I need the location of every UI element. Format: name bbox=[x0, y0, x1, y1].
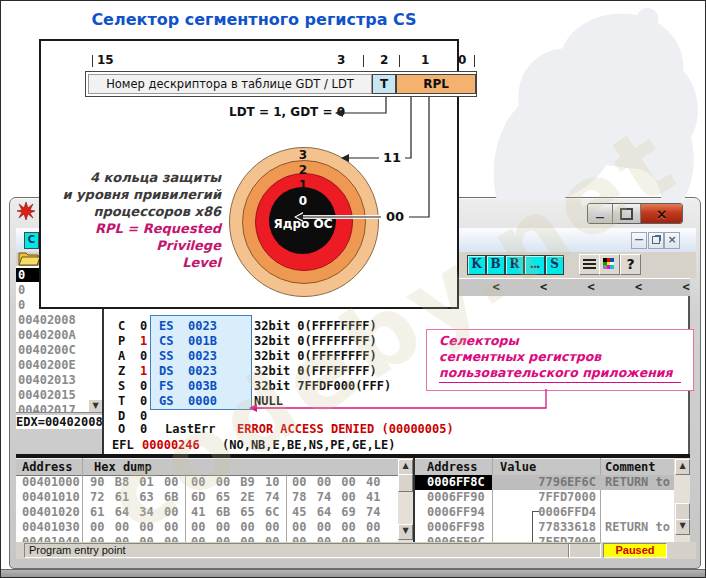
dump-bytes[interactable]: 00 00 B9 10 bbox=[191, 475, 279, 490]
stack-value[interactable]: 7796EF6C bbox=[500, 475, 596, 490]
stack-value[interactable]: 77833618 bbox=[500, 520, 596, 535]
stack-address[interactable]: 0006FF90 bbox=[427, 490, 485, 505]
disasm-address[interactable]: 0 bbox=[18, 298, 25, 313]
flag-value[interactable]: 0 bbox=[140, 319, 147, 333]
flag-letter[interactable]: A bbox=[118, 349, 125, 363]
disasm-address[interactable]: 00402015 bbox=[18, 388, 76, 403]
stack-scrollbar[interactable]: ▲ ▼ bbox=[674, 458, 690, 542]
toolbar-button-r[interactable]: R bbox=[505, 255, 524, 275]
flag-value[interactable]: 0 bbox=[140, 394, 147, 408]
flag-value[interactable]: 1 bbox=[140, 334, 147, 348]
dump-bytes[interactable]: 78 74 00 41 bbox=[292, 490, 380, 505]
segment-register-value[interactable]: 0000 bbox=[188, 394, 217, 408]
dump-bytes[interactable]: 00 00 00 00 bbox=[191, 535, 279, 542]
flag-value[interactable]: 0 bbox=[140, 422, 147, 436]
toolbar-help-button[interactable]: ? bbox=[620, 254, 641, 275]
scroll-down-button[interactable]: ▼ bbox=[675, 519, 690, 535]
disasm-address[interactable]: 0 bbox=[18, 268, 25, 283]
disasm-address[interactable]: 00402013 bbox=[18, 373, 76, 388]
disasm-address[interactable]: 0040200C bbox=[18, 343, 76, 358]
segment-register-name[interactable]: DS bbox=[159, 364, 173, 378]
disasm-scroll-down-button[interactable]: ▼ bbox=[88, 399, 102, 412]
open-file-button[interactable] bbox=[18, 249, 41, 267]
dump-address[interactable]: 00401000 bbox=[22, 475, 80, 490]
segment-register-name[interactable]: CS bbox=[159, 334, 173, 348]
segment-register-name[interactable]: ES bbox=[159, 319, 173, 333]
cpu-child-icon[interactable]: C bbox=[24, 232, 39, 249]
stack-address[interactable]: 0006FF9C bbox=[427, 535, 485, 542]
close-button[interactable]: × bbox=[641, 204, 682, 223]
scroll-thumb[interactable] bbox=[398, 474, 413, 492]
dump-bytes[interactable]: 90 B8 01 00 bbox=[90, 475, 178, 490]
disasm-address[interactable]: 0040200A bbox=[18, 328, 76, 343]
toolbar-button-b[interactable]: B bbox=[486, 255, 505, 275]
minimize-button[interactable]: — bbox=[588, 204, 613, 223]
stack-comment[interactable]: RETURN to ntdl bbox=[605, 520, 674, 535]
segment-register-value[interactable]: 0023 bbox=[188, 349, 217, 363]
segment-register-value[interactable]: 0023 bbox=[188, 364, 217, 378]
scroll-down-button[interactable]: ▼ bbox=[398, 524, 413, 540]
stack-header-comment[interactable]: Comment bbox=[605, 459, 656, 475]
scroll-up-button[interactable]: ▲ bbox=[398, 459, 413, 475]
disasm-address[interactable]: 00402008 bbox=[18, 313, 76, 328]
efl-value[interactable]: 00000246 bbox=[142, 438, 200, 452]
flag-value[interactable]: 0 bbox=[140, 349, 147, 363]
stack-value[interactable]: 0006FFD4 bbox=[500, 505, 596, 520]
toolbar-list-button[interactable] bbox=[579, 254, 600, 275]
dump-bytes[interactable]: 00 00 00 00 bbox=[292, 535, 380, 542]
flag-value[interactable]: 0 bbox=[140, 379, 147, 393]
dump-address[interactable]: 00401020 bbox=[22, 505, 80, 520]
dump-address[interactable]: 00401030 bbox=[22, 520, 80, 535]
dump-bytes[interactable]: 00 00 00 00 bbox=[191, 520, 279, 535]
flag-letter[interactable]: O bbox=[118, 422, 125, 436]
dump-bytes[interactable]: 00 00 00 00 bbox=[90, 535, 178, 542]
disasm-address[interactable]: 0040200E bbox=[18, 358, 76, 373]
dump-bytes[interactable]: 61 64 34 00 bbox=[90, 505, 178, 520]
dump-address[interactable]: 00401010 bbox=[22, 490, 80, 505]
flag-letter[interactable]: S bbox=[118, 379, 125, 393]
flag-letter[interactable]: P bbox=[118, 334, 125, 348]
stack-header-value[interactable]: Value bbox=[500, 459, 536, 475]
flag-value[interactable]: 1 bbox=[140, 364, 147, 378]
dump-bytes[interactable]: 41 6B 65 6C bbox=[191, 505, 279, 520]
disasm-address[interactable]: 00402017 bbox=[18, 403, 76, 412]
segment-register-value[interactable]: 003B bbox=[188, 379, 217, 393]
stack-address[interactable]: 0006FF8C bbox=[427, 475, 485, 490]
segment-register-name[interactable]: GS bbox=[159, 394, 173, 408]
stack-value[interactable]: 7FFD7000 bbox=[500, 535, 596, 542]
flag-letter[interactable]: T bbox=[118, 394, 125, 408]
hexdump-header-hex[interactable]: Hex dump bbox=[94, 459, 152, 475]
mdi-close-button[interactable]: × bbox=[664, 232, 680, 249]
info-pane[interactable]: EDX=00402008 bbox=[16, 415, 102, 429]
stack-comment[interactable]: RETURN to kern bbox=[605, 475, 674, 490]
stack-header-address[interactable]: Address bbox=[427, 459, 478, 475]
dump-bytes[interactable]: 00 00 00 40 bbox=[292, 475, 380, 490]
scroll-thumb[interactable] bbox=[675, 503, 690, 520]
flag-letter[interactable]: Z bbox=[118, 364, 125, 378]
dump-bytes[interactable]: 72 61 63 6B bbox=[90, 490, 178, 505]
hexdump-scrollbar[interactable]: ▲ ▼ bbox=[398, 458, 413, 542]
dump-address[interactable]: 00401040 bbox=[22, 535, 80, 542]
hexdump-header-address[interactable]: Address bbox=[22, 459, 73, 475]
dump-bytes[interactable]: 00 00 00 00 bbox=[292, 520, 380, 535]
scroll-up-button[interactable]: ▲ bbox=[675, 459, 690, 475]
dump-bytes[interactable]: 6D 65 2E 74 bbox=[191, 490, 279, 505]
dump-bytes[interactable]: 45 64 69 74 bbox=[292, 505, 380, 520]
toolbar-appearance-button[interactable] bbox=[599, 254, 620, 275]
stack-address[interactable]: 0006FF94 bbox=[427, 505, 485, 520]
efl-label[interactable]: EFL bbox=[112, 438, 134, 452]
flag-letter[interactable]: C bbox=[118, 319, 125, 333]
disasm-address[interactable]: 0 bbox=[18, 283, 25, 298]
segment-register-name[interactable]: SS bbox=[159, 349, 173, 363]
mdi-restore-button[interactable] bbox=[648, 232, 664, 249]
toolbar-button-dots[interactable]: ... bbox=[524, 255, 545, 275]
flag-letter[interactable]: D bbox=[118, 409, 125, 423]
dump-bytes[interactable]: 00 00 00 00 bbox=[90, 520, 178, 535]
ollydbg-app-icon[interactable] bbox=[17, 202, 35, 220]
maximize-button[interactable] bbox=[613, 204, 641, 223]
segment-register-value[interactable]: 0023 bbox=[188, 319, 217, 333]
toolbar-button-s[interactable]: S bbox=[545, 255, 564, 275]
stack-address[interactable]: 0006FF98 bbox=[427, 520, 485, 535]
segment-register-name[interactable]: FS bbox=[159, 379, 173, 393]
toolbar-button-k[interactable]: K bbox=[467, 255, 486, 275]
